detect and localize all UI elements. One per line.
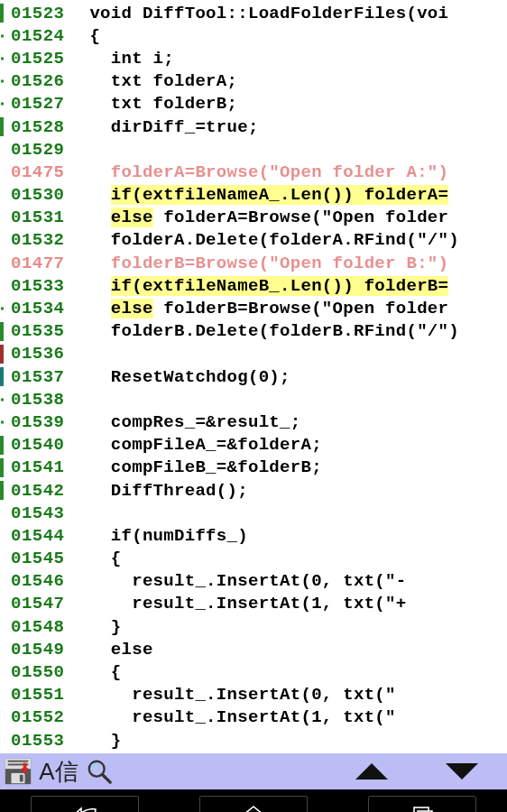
code-content (69, 140, 507, 160)
code-content: } (69, 731, 507, 751)
gutter-mark (0, 615, 5, 638)
code-line[interactable]: 01552 result_.InsertAt(1, txt(" (0, 706, 507, 729)
line-number: 01551 (5, 685, 69, 705)
line-number: 01532 (5, 230, 69, 250)
code-line[interactable]: 01546 result_.InsertAt(0, txt("- (0, 570, 507, 593)
scroll-down-button[interactable] (417, 753, 507, 789)
line-number: 01539 (5, 412, 69, 432)
code-line[interactable]: 01551 result_.InsertAt(0, txt(" (0, 684, 507, 706)
code-line[interactable]: 01531 else folderA=Browse("Open folder (0, 207, 507, 229)
nav-recent-button[interactable] (368, 796, 476, 813)
gutter-mark (0, 207, 5, 229)
code-line[interactable]: 01545 { (0, 548, 507, 570)
code-line[interactable]: 01523 void DiffTool::LoadFolderFiles(voi (0, 2, 507, 24)
code-line[interactable]: 01530 if(extfileNameA_.Len()) folderA= (0, 184, 507, 207)
code-line[interactable]: 01544 if(numDiffs_) (0, 524, 507, 547)
code-line[interactable]: 01532 folderA.Delete(folderA.RFind("/") (0, 229, 507, 252)
gutter-mark (0, 479, 5, 502)
gutter-mark (0, 47, 5, 69)
gutter-mark (0, 252, 5, 274)
code-line[interactable]: 01549 else (0, 638, 507, 660)
search-button[interactable] (81, 753, 117, 789)
code-line[interactable]: 01553 } (0, 729, 507, 752)
line-number: 01528 (5, 117, 69, 137)
gutter-mark (0, 161, 5, 183)
code-line[interactable]: 01526 txt folderA; (0, 70, 507, 93)
gutter-mark (0, 706, 5, 729)
code-line[interactable]: 01538 (0, 388, 507, 411)
code-line[interactable]: 01541 compFileB_=&folderB; (0, 457, 507, 479)
android-nav-bar (0, 789, 507, 812)
gutter-mark (0, 593, 5, 615)
code-content: dirDiff_=true; (69, 117, 507, 137)
code-line[interactable]: 01539 compRes_=&result_; (0, 411, 507, 433)
code-line[interactable]: 01547 result_.InsertAt(1, txt("+ (0, 593, 507, 615)
code-line[interactable]: 01477 folderB=Browse("Open folder B:") (0, 252, 507, 274)
gutter-mark (0, 502, 5, 524)
code-content: result_.InsertAt(0, txt(" (69, 685, 507, 705)
code-line[interactable]: 01533 if(extfileNameB_.Len()) folderB= (0, 274, 507, 297)
code-line[interactable]: 01528 dirDiff_=true; (0, 115, 507, 138)
gutter-mark (0, 524, 5, 547)
line-number: 01524 (5, 26, 69, 46)
svg-point-8 (91, 764, 98, 770)
line-number: 01534 (5, 299, 69, 318)
code-content: txt folderB; (69, 94, 507, 114)
code-line[interactable]: 01524 { (0, 24, 507, 47)
code-content (69, 344, 507, 364)
nav-home-button[interactable] (199, 796, 308, 813)
code-line[interactable]: 01527 txt folderB; (0, 93, 507, 115)
font-size-button[interactable]: A信 (36, 753, 81, 789)
gutter-mark (0, 365, 5, 388)
gutter-mark (0, 274, 5, 297)
code-content: { (69, 662, 507, 682)
line-number: 01529 (5, 140, 69, 160)
line-number: 01535 (5, 321, 69, 341)
line-number: 01531 (5, 208, 69, 227)
code-content: { (69, 26, 507, 46)
code-line[interactable]: 01550 { (0, 660, 507, 683)
code-content: if(extfileNameB_.Len()) folderB= (69, 276, 507, 296)
code-line[interactable]: 01542 DiffThread(); (0, 479, 507, 502)
code-line[interactable]: 01534 else folderB=Browse("Open folder (0, 297, 507, 319)
code-content: compFileA_=&folderA; (69, 435, 507, 455)
line-number: 01545 (5, 549, 69, 568)
code-line[interactable]: 01543 (0, 502, 507, 524)
code-content: result_.InsertAt(0, txt("- (69, 571, 507, 591)
code-content: DiffThread(); (69, 481, 507, 501)
code-line[interactable]: 01537 ResetWatchdog(0); (0, 365, 507, 388)
gutter-mark (0, 93, 5, 115)
code-line[interactable]: 01540 compFileA_=&folderA; (0, 434, 507, 457)
code-line[interactable]: 01548 } (0, 615, 507, 638)
gutter-mark (0, 115, 5, 138)
code-content (69, 390, 507, 410)
gutter-mark (0, 297, 5, 319)
gutter-mark (0, 2, 5, 24)
code-content (69, 503, 507, 523)
code-content: if(numDiffs_) (69, 526, 507, 546)
code-line[interactable]: 01525 int i; (0, 47, 507, 69)
gutter-mark (0, 70, 5, 93)
line-number: 01525 (5, 49, 69, 69)
code-line[interactable]: 01529 (0, 138, 507, 161)
gutter-mark (0, 638, 5, 660)
line-number: 01552 (5, 707, 69, 727)
gutter-mark (0, 343, 5, 365)
code-line[interactable]: 01475 folderA=Browse("Open folder A:") (0, 161, 507, 183)
gutter-mark (0, 229, 5, 252)
line-number: 01540 (5, 435, 69, 455)
gutter-mark (0, 388, 5, 411)
code-content: folderA=Browse("Open folder A:") (69, 162, 507, 182)
code-line[interactable]: 01535 folderB.Delete(folderB.RFind("/") (0, 320, 507, 343)
scroll-up-button[interactable] (327, 753, 417, 789)
line-number: 01550 (5, 662, 69, 682)
code-line[interactable]: 01536 (0, 343, 507, 365)
code-editor[interactable]: 01523 void DiffTool::LoadFolderFiles(voi… (0, 0, 507, 753)
nav-back-button[interactable] (31, 796, 139, 813)
editor-toolbar: A信 (0, 753, 507, 789)
save-button[interactable] (0, 753, 36, 789)
code-content: folderB=Browse("Open folder B:") (69, 254, 507, 273)
line-number: 01542 (5, 481, 69, 501)
gutter-mark (0, 548, 5, 570)
code-content: folderA.Delete(folderA.RFind("/") (69, 230, 507, 250)
